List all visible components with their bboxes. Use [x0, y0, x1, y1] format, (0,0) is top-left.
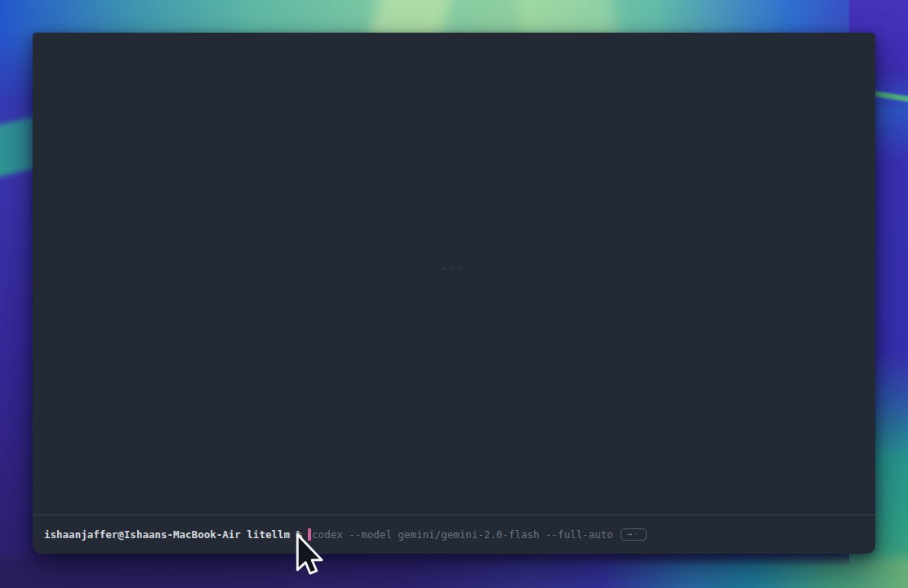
terminal-body: ···: [33, 33, 875, 514]
autosuggestion-text: codex --model gemini/gemini-2.0-flash --…: [312, 528, 613, 541]
terminal-window[interactable]: ··· ishaanjaffer@Ishaans-MacBook-Air lit…: [33, 33, 875, 554]
autosuggestion-accept-badge: →·: [621, 528, 647, 541]
terminal-input-bar[interactable]: ishaanjaffer@Ishaans-MacBook-Air litellm…: [33, 515, 875, 554]
shell-prompt: ishaanjaffer@Ishaans-MacBook-Air litellm…: [44, 528, 302, 541]
wallpaper-bottom-band: [0, 549, 908, 588]
mouse-pointer-icon: [294, 532, 324, 581]
loading-ellipsis: ···: [442, 263, 467, 274]
